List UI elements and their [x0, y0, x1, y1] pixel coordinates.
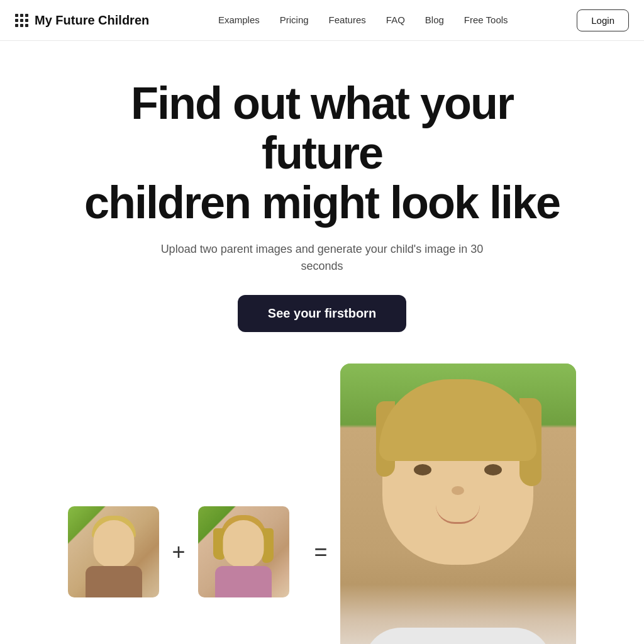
equals-operator: =: [314, 539, 328, 565]
parent1-avatar: [68, 506, 159, 597]
nav-item-free-tools[interactable]: Free Tools: [464, 14, 508, 25]
parent1-photo: [68, 506, 159, 597]
hero-subtitle: Upload two parent images and generate yo…: [158, 241, 486, 275]
nav-item-features[interactable]: Features: [329, 14, 366, 25]
child-photo: [340, 364, 576, 644]
parent1-body: [86, 566, 142, 597]
parent1-head: [93, 520, 134, 567]
child-face-background: [340, 364, 576, 644]
nav-links: Examples Pricing Features FAQ Blog Free …: [218, 14, 508, 26]
parent2-body: [215, 566, 272, 597]
parent2-hair-side-right: [262, 528, 274, 563]
brand-name[interactable]: My Future Children: [35, 13, 149, 28]
nav-item-faq[interactable]: FAQ: [386, 14, 405, 25]
demo-section: + =: [0, 351, 644, 644]
navbar: My Future Children Examples Pricing Feat…: [0, 0, 644, 41]
hero-title-line1: Find out what your future: [131, 78, 513, 178]
logo-icon: [15, 14, 28, 27]
hero-section: Find out what your future children might…: [0, 41, 644, 351]
child-eye-right: [484, 464, 502, 475]
child-hair: [379, 379, 536, 461]
nav-item-examples[interactable]: Examples: [218, 14, 260, 25]
parent2-head: [223, 520, 264, 567]
nav-item-pricing[interactable]: Pricing: [280, 14, 309, 25]
parents-group: +: [68, 506, 289, 597]
nav-item-blog[interactable]: Blog: [425, 14, 444, 25]
child-eye-left: [414, 464, 431, 475]
parent2-avatar: [198, 506, 289, 597]
plus-operator: +: [172, 539, 185, 565]
hero-title-line2: children might look like: [84, 177, 560, 228]
login-button[interactable]: Login: [577, 9, 629, 31]
hero-title: Find out what your future children might…: [77, 79, 567, 228]
child-shirt: [364, 628, 552, 644]
parent2-photo: [198, 506, 289, 597]
child-nose: [452, 486, 464, 495]
cta-button[interactable]: See your firstborn: [238, 295, 406, 332]
